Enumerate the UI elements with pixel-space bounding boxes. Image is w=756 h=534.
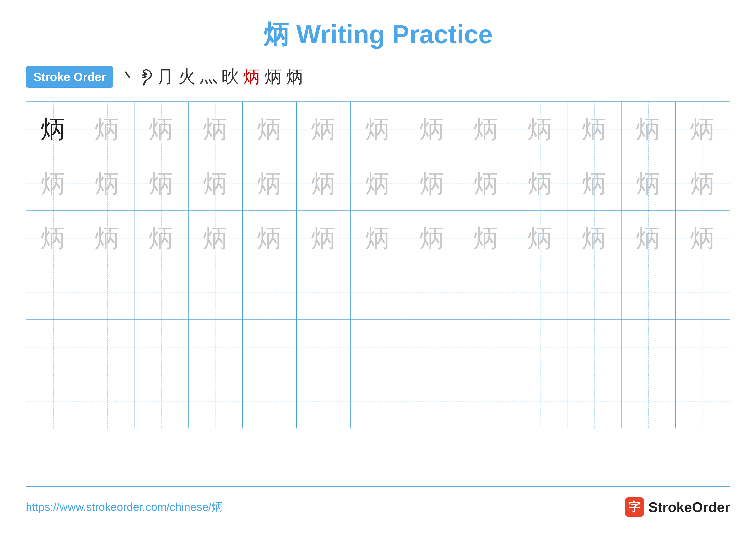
stroke-7: 炳 bbox=[243, 65, 260, 89]
cell-r5c7[interactable] bbox=[351, 320, 405, 374]
cell-r1c6[interactable]: 炳 bbox=[297, 102, 351, 156]
cell-r3c1[interactable]: 炳 bbox=[26, 211, 80, 265]
cell-r5c5[interactable] bbox=[243, 320, 297, 374]
cell-r2c10[interactable]: 炳 bbox=[513, 156, 567, 211]
cell-r6c1[interactable] bbox=[26, 374, 80, 428]
stroke-1: 丶 bbox=[120, 65, 137, 89]
cell-r4c8[interactable] bbox=[405, 266, 459, 319]
cell-r5c12[interactable] bbox=[622, 320, 676, 374]
cell-r6c5[interactable] bbox=[243, 374, 297, 428]
cell-r1c2[interactable]: 炳 bbox=[80, 102, 134, 156]
cell-r3c7[interactable]: 炳 bbox=[351, 211, 405, 265]
cell-r5c2[interactable] bbox=[80, 320, 134, 374]
cell-r5c11[interactable] bbox=[567, 320, 622, 374]
stroke-order-badge: Stroke Order bbox=[26, 66, 113, 88]
footer-url[interactable]: https://www.strokeorder.com/chinese/炳 bbox=[26, 499, 223, 515]
cell-r6c2[interactable] bbox=[80, 374, 134, 428]
cell-r1c1[interactable]: 炳 bbox=[26, 102, 80, 156]
cell-r5c4[interactable] bbox=[189, 320, 243, 374]
cell-r6c3[interactable] bbox=[134, 374, 189, 428]
cell-r3c8[interactable]: 炳 bbox=[405, 211, 459, 265]
cell-r1c8[interactable]: 炳 bbox=[405, 102, 459, 156]
cell-r3c9[interactable]: 炳 bbox=[459, 211, 513, 265]
char-r1c7: 炳 bbox=[365, 116, 390, 141]
cell-r2c9[interactable]: 炳 bbox=[459, 156, 513, 211]
cell-r3c4[interactable]: 炳 bbox=[189, 211, 243, 265]
cell-r2c5[interactable]: 炳 bbox=[243, 156, 297, 211]
cell-r4c2[interactable] bbox=[80, 266, 134, 319]
char-r1c5: 炳 bbox=[257, 116, 282, 141]
cell-r4c7[interactable] bbox=[351, 266, 405, 319]
cell-r6c11[interactable] bbox=[567, 374, 622, 428]
logo-char: 字 bbox=[629, 499, 640, 515]
cell-r2c7[interactable]: 炳 bbox=[351, 156, 405, 211]
char-r1c8: 炳 bbox=[419, 116, 445, 141]
cell-r6c7[interactable] bbox=[351, 374, 405, 428]
cell-r6c10[interactable] bbox=[513, 374, 567, 428]
grid-row-6 bbox=[26, 374, 730, 428]
cell-r5c9[interactable] bbox=[459, 320, 513, 374]
grid-row-3: 炳 炳 炳 炳 炳 炳 炳 炳 炳 炳 炳 炳 炳 bbox=[26, 211, 730, 266]
cell-r6c12[interactable] bbox=[622, 374, 676, 428]
cell-r5c3[interactable] bbox=[134, 320, 189, 374]
cell-r3c13[interactable]: 炳 bbox=[676, 211, 730, 265]
cell-r4c6[interactable] bbox=[297, 266, 351, 319]
cell-r5c10[interactable] bbox=[513, 320, 567, 374]
cell-r5c8[interactable] bbox=[405, 320, 459, 374]
cell-r2c1[interactable]: 炳 bbox=[26, 156, 80, 211]
cell-r2c2[interactable]: 炳 bbox=[80, 156, 134, 211]
cell-r2c13[interactable]: 炳 bbox=[676, 156, 730, 211]
cell-r4c13[interactable] bbox=[676, 266, 730, 319]
char-r1c6: 炳 bbox=[311, 116, 336, 141]
cell-r6c4[interactable] bbox=[189, 374, 243, 428]
char-r1c13: 炳 bbox=[690, 116, 715, 141]
stroke-6: 炚 bbox=[222, 65, 239, 89]
cell-r4c11[interactable] bbox=[567, 266, 622, 319]
grid-row-1: 炳 炳 炳 炳 炳 炳 炳 炳 炳 炳 炳 炳 炳 bbox=[26, 102, 730, 156]
cell-r3c2[interactable]: 炳 bbox=[80, 211, 134, 265]
cell-r3c5[interactable]: 炳 bbox=[243, 211, 297, 265]
cell-r2c6[interactable]: 炳 bbox=[297, 156, 351, 211]
cell-r4c5[interactable] bbox=[243, 266, 297, 319]
cell-r4c4[interactable] bbox=[189, 266, 243, 319]
page-container: 炳 Writing Practice Stroke Order 丶 𝀸 ⺆ 火 … bbox=[0, 0, 756, 534]
char-r1c4: 炳 bbox=[203, 116, 228, 141]
cell-r1c3[interactable]: 炳 bbox=[134, 102, 189, 156]
cell-r2c11[interactable]: 炳 bbox=[567, 156, 622, 211]
cell-r5c6[interactable] bbox=[297, 320, 351, 374]
cell-r4c10[interactable] bbox=[513, 266, 567, 319]
cell-r1c4[interactable]: 炳 bbox=[189, 102, 243, 156]
cell-r4c12[interactable] bbox=[622, 266, 676, 319]
stroke-9: 炳 bbox=[286, 65, 304, 89]
cell-r3c10[interactable]: 炳 bbox=[513, 211, 567, 265]
cell-r2c12[interactable]: 炳 bbox=[622, 156, 676, 211]
cell-r2c8[interactable]: 炳 bbox=[405, 156, 459, 211]
cell-r4c9[interactable] bbox=[459, 266, 513, 319]
cell-r1c11[interactable]: 炳 bbox=[567, 102, 622, 156]
char-r1c2: 炳 bbox=[95, 116, 120, 141]
cell-r6c9[interactable] bbox=[459, 374, 513, 428]
cell-r1c12[interactable]: 炳 bbox=[622, 102, 676, 156]
cell-r1c5[interactable]: 炳 bbox=[243, 102, 297, 156]
cell-r2c3[interactable]: 炳 bbox=[134, 156, 189, 211]
stroke-sequence: 丶 𝀸 ⺆ 火 灬 炚 炳 炳 炳 bbox=[120, 65, 304, 89]
cell-r1c10[interactable]: 炳 bbox=[513, 102, 567, 156]
grid-row-4 bbox=[26, 266, 730, 320]
cell-r4c3[interactable] bbox=[134, 266, 189, 319]
cell-r4c1[interactable] bbox=[26, 266, 80, 319]
cell-r3c6[interactable]: 炳 bbox=[297, 211, 351, 265]
cell-r5c13[interactable] bbox=[676, 320, 730, 374]
cell-r1c7[interactable]: 炳 bbox=[351, 102, 405, 156]
cell-r5c1[interactable] bbox=[26, 320, 80, 374]
char-r1c1: 炳 bbox=[41, 116, 66, 141]
cell-r2c4[interactable]: 炳 bbox=[189, 156, 243, 211]
cell-r6c13[interactable] bbox=[676, 374, 730, 428]
cell-r1c13[interactable]: 炳 bbox=[676, 102, 730, 156]
cell-r6c6[interactable] bbox=[297, 374, 351, 428]
cell-r3c3[interactable]: 炳 bbox=[134, 211, 189, 265]
char-r1c3: 炳 bbox=[149, 116, 174, 141]
cell-r1c9[interactable]: 炳 bbox=[459, 102, 513, 156]
cell-r6c8[interactable] bbox=[405, 374, 459, 428]
cell-r3c11[interactable]: 炳 bbox=[567, 211, 622, 265]
cell-r3c12[interactable]: 炳 bbox=[622, 211, 676, 265]
